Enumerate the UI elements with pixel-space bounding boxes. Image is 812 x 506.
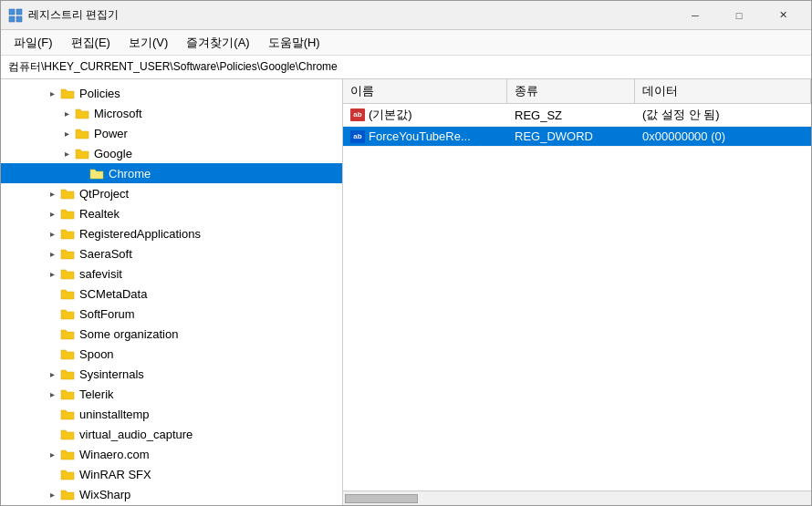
folder-icon-scmetadata <box>59 286 76 301</box>
svg-rect-3 <box>16 16 22 22</box>
expand-arrow-telerik[interactable]: ▸ <box>45 387 59 401</box>
tree-item-virtualaudio[interactable]: virtual_audio_capture <box>1 424 342 444</box>
tree-label-someorg: Some organization <box>79 327 178 341</box>
tree-item-saerasoft[interactable]: ▸ SaeraSoft <box>1 243 342 263</box>
folder-icon-registeredapps <box>59 226 76 241</box>
expand-arrow-chrome[interactable] <box>74 166 88 181</box>
expand-arrow-uninstalltemp[interactable] <box>45 407 59 421</box>
expand-arrow-safevisit[interactable]: ▸ <box>45 266 59 281</box>
tree-item-policies[interactable]: ▸ Policies <box>1 83 342 103</box>
window-controls: ─ □ ✕ <box>674 1 804 30</box>
expand-arrow-saerasoft[interactable]: ▸ <box>45 246 59 261</box>
tree-label-saerasoft: SaeraSoft <box>79 247 132 261</box>
expand-arrow-registeredapps[interactable]: ▸ <box>45 226 59 241</box>
tree-label-winrarsfx: WinRAR SFX <box>79 468 151 481</box>
address-path: 컴퓨터\HKEY_CURRENT_USER\Software\Policies\… <box>8 59 338 75</box>
expand-arrow-scmetadata[interactable] <box>45 286 59 301</box>
col-header-name[interactable]: 이름 <box>343 79 507 103</box>
tree-item-power[interactable]: ▸ Power <box>1 123 342 143</box>
folder-icon-safevisit <box>59 266 76 281</box>
table-row-forceyoutube[interactable]: ab ForceYouTubeRe... REG_DWORD 0x0000000… <box>343 127 811 147</box>
cell-data-forceyoutube: 0x00000000 (0) <box>635 127 811 146</box>
folder-icon-power <box>74 126 90 140</box>
menu-file[interactable]: 파일(F) <box>5 31 62 55</box>
tree-label-scmetadata: SCMetaData <box>79 287 147 301</box>
tree-item-scmetadata[interactable]: SCMetaData <box>1 284 342 304</box>
expand-arrow-sysinternals[interactable]: ▸ <box>45 367 59 381</box>
tree-item-registeredapps[interactable]: ▸ RegisteredApplications <box>1 223 342 243</box>
tree-label-safevisit: safevisit <box>79 267 122 281</box>
col-header-type[interactable]: 종류 <box>507 79 635 103</box>
col-header-data[interactable]: 데이터 <box>635 79 811 103</box>
folder-icon-microsoft <box>74 106 90 120</box>
tree-item-wixsharp[interactable]: ▸ WixSharp <box>1 484 342 504</box>
expand-arrow-someorg[interactable] <box>45 326 59 341</box>
expand-arrow-realtek[interactable]: ▸ <box>45 206 59 221</box>
folder-icon-spoon <box>59 346 76 361</box>
menu-help[interactable]: 도움말(H) <box>259 31 329 55</box>
table-header: 이름 종류 데이터 <box>343 79 811 104</box>
tree-item-winrarsfx[interactable]: WinRAR SFX <box>1 464 342 484</box>
expand-arrow-google[interactable]: ▸ <box>59 146 74 160</box>
tree-item-microsoft[interactable]: ▸ Microsoft <box>1 103 342 123</box>
window-title: 레지스트리 편집기 <box>28 7 674 23</box>
menu-view[interactable]: 보기(V) <box>120 31 177 55</box>
close-button[interactable]: ✕ <box>762 1 804 30</box>
tree-item-chrome[interactable]: Chrome <box>1 163 342 183</box>
svg-rect-0 <box>9 9 15 15</box>
registry-table[interactable]: 이름 종류 데이터 ab (기본값) REG_SZ (값 설정 안 됨) <box>343 79 811 491</box>
tree-label-policies: Policies <box>79 87 120 100</box>
tree-item-spoon[interactable]: Spoon <box>1 344 342 364</box>
tree-label-uninstalltemp: uninstalltemp <box>79 408 150 421</box>
tree-item-qtproject[interactable]: ▸ QtProject <box>1 183 342 203</box>
tree-item-safevisit[interactable]: ▸ safevisit <box>1 263 342 284</box>
tree-item-sysinternals[interactable]: ▸ Sysinternals <box>1 364 342 384</box>
folder-icon-winrarsfx <box>59 467 76 481</box>
folder-icon-qtproject <box>59 186 76 201</box>
expand-arrow-microsoft[interactable]: ▸ <box>59 106 74 120</box>
address-bar[interactable]: 컴퓨터\HKEY_CURRENT_USER\Software\Policies\… <box>1 56 811 79</box>
expand-arrow-winrarsfx[interactable] <box>45 467 59 481</box>
maximize-button[interactable]: □ <box>718 1 760 30</box>
tree-item-telerik[interactable]: ▸ Telerik <box>1 384 342 404</box>
tree-label-softforum: SoftForum <box>79 307 135 321</box>
expand-arrow-virtualaudio[interactable] <box>45 427 59 441</box>
expand-arrow-spoon[interactable] <box>45 346 59 361</box>
tree-item-google[interactable]: ▸ Google <box>1 143 342 163</box>
tree-label-google: Google <box>94 147 132 160</box>
reg-dword-icon: ab <box>350 130 365 143</box>
svg-rect-2 <box>9 16 15 22</box>
tree-panel[interactable]: ▸ Policies ▸ Microsoft ▸ <box>1 79 343 505</box>
minimize-button[interactable]: ─ <box>674 1 716 30</box>
expand-arrow-qtproject[interactable]: ▸ <box>45 186 59 201</box>
menu-favorites[interactable]: 즐겨찾기(A) <box>177 31 258 55</box>
tree-item-softforum[interactable]: SoftForum <box>1 304 342 324</box>
table-row-default[interactable]: ab (기본값) REG_SZ (값 설정 안 됨) <box>343 104 811 127</box>
tree-item-uninstalltemp[interactable]: uninstalltemp <box>1 404 342 424</box>
folder-icon-policies <box>59 86 76 100</box>
folder-icon-virtualaudio <box>59 427 76 441</box>
expand-arrow-wixsharp[interactable]: ▸ <box>45 487 59 501</box>
expand-arrow-policies[interactable]: ▸ <box>45 86 59 100</box>
horizontal-scrollbar[interactable] <box>343 491 811 505</box>
folder-icon-google <box>74 146 90 160</box>
cell-data-default: (값 설정 안 됨) <box>635 104 811 126</box>
app-icon <box>8 8 23 23</box>
cell-name-default: ab (기본값) <box>343 104 507 126</box>
folder-icon-realtek <box>59 206 76 221</box>
tree-label-realtek: Realtek <box>79 207 120 221</box>
tree-label-sysinternals: Sysinternals <box>79 367 144 381</box>
tree-item-winaero[interactable]: ▸ Winaero.com <box>1 444 342 464</box>
tree-label-registeredapps: RegisteredApplications <box>79 227 201 241</box>
tree-label-microsoft: Microsoft <box>94 107 142 120</box>
expand-arrow-softforum[interactable] <box>45 306 59 321</box>
reg-sz-icon: ab <box>350 108 365 121</box>
tree-item-someorg[interactable]: Some organization <box>1 324 342 344</box>
expand-arrow-winaero[interactable]: ▸ <box>45 447 59 461</box>
tree-label-chrome: Chrome <box>109 167 151 181</box>
menu-edit[interactable]: 편집(E) <box>62 31 120 55</box>
expand-arrow-power[interactable]: ▸ <box>59 126 74 140</box>
title-bar: 레지스트리 편집기 ─ □ ✕ <box>1 1 811 30</box>
tree-item-realtek[interactable]: ▸ Realtek <box>1 203 342 223</box>
tree-label-qtproject: QtProject <box>79 187 129 201</box>
